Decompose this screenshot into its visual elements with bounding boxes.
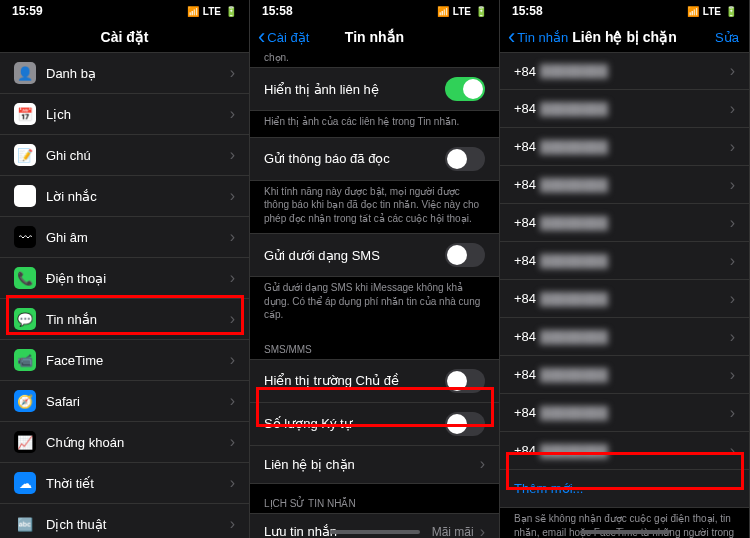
phone-blurred: ████████ [540,102,608,116]
chevron-icon: › [230,351,235,369]
cell-label: Safari [46,394,230,409]
read-receipt-row[interactable]: Gửi thông báo đã đọc [250,137,499,181]
messages-settings-screen: 15:58 📶 LTE 🔋 Cài đặt Tin nhắn chọn. Hiể… [250,0,500,538]
app-icon: ☁ [14,472,36,494]
phone-prefix: +84 [514,405,536,420]
settings-row-thời-tiết[interactable]: ☁Thời tiết› [0,463,249,504]
cell-label: Hiển thị ảnh liên hệ [264,82,445,97]
blocked-list[interactable]: +84████████›+84████████›+84████████›+84█… [500,52,749,538]
chevron-icon: › [230,228,235,246]
blocked-contact-row[interactable]: +84████████› [500,166,749,204]
phone-prefix: +84 [514,139,536,154]
time: 15:58 [512,4,543,18]
chevron-icon: › [730,290,735,308]
settings-row-ghi-chú[interactable]: 📝Ghi chú› [0,135,249,176]
chevron-icon: › [230,269,235,287]
back-button[interactable]: Cài đặt [258,26,309,48]
chevron-icon: › [730,366,735,384]
phone-prefix: +84 [514,215,536,230]
status-indicators: 📶 LTE 🔋 [687,6,737,17]
settings-row-danh-bạ[interactable]: 👤Danh bạ› [0,52,249,94]
settings-row-lời-nhắc[interactable]: ☑Lời nhắc› [0,176,249,217]
contact-photo-row[interactable]: Hiển thị ảnh liên hệ [250,67,499,111]
char-count-row[interactable]: Số lượng Ký tự [250,403,499,446]
phone-prefix: +84 [514,177,536,192]
char-count-toggle[interactable] [445,412,485,436]
settings-row-safari[interactable]: 🧭Safari› [0,381,249,422]
settings-row-facetime[interactable]: 📹FaceTime› [0,340,249,381]
add-new-button[interactable]: Thêm mới... [500,470,749,508]
blocked-contact-row[interactable]: +84████████› [500,204,749,242]
settings-row-dịch-thuật[interactable]: 🔤Dịch thuật› [0,504,249,538]
settings-row-tin-nhắn[interactable]: 💬Tin nhắn› [0,299,249,340]
phone-prefix: +84 [514,253,536,268]
chevron-icon: › [230,392,235,410]
chevron-icon: › [730,214,735,232]
phone-prefix: +84 [514,64,536,79]
blocked-contact-row[interactable]: +84████████› [500,128,749,166]
app-icon: 📝 [14,144,36,166]
blocked-contact-row[interactable]: +84████████› [500,280,749,318]
blocked-contact-row[interactable]: +84████████› [500,52,749,90]
cell-label: Chứng khoán [46,435,230,450]
send-sms-note: Gửi dưới dạng SMS khi iMessage không khả… [250,277,499,330]
cell-label: Thời tiết [46,476,230,491]
send-sms-toggle[interactable] [445,243,485,267]
chevron-icon: › [730,176,735,194]
chevron-icon: › [480,523,485,539]
nav-bar: Tin nhắn Liên hệ bị chặn Sửa [500,22,749,52]
phone-blurred: ████████ [540,444,608,458]
phone-blurred: ████████ [540,140,608,154]
chevron-icon: › [230,105,235,123]
subject-row[interactable]: Hiển thị trường Chủ đề [250,359,499,403]
settings-list[interactable]: 👤Danh bạ›📅Lịch›📝Ghi chú›☑Lời nhắc›〰Ghi â… [0,52,249,538]
blocked-contact-row[interactable]: +84████████› [500,356,749,394]
back-button[interactable]: Tin nhắn [508,26,568,48]
phone-prefix: +84 [514,101,536,116]
cell-label: Liên hệ bị chặn [264,457,480,472]
subject-toggle[interactable] [445,369,485,393]
chevron-icon: › [730,62,735,80]
cell-label: Gửi dưới dạng SMS [264,248,445,263]
home-indicator [580,530,670,534]
cell-label: Lời nhắc [46,189,230,204]
phone-blurred: ████████ [540,254,608,268]
status-bar: 15:59 📶 LTE 🔋 [0,0,249,22]
blocked-contacts-screen: 15:58 📶 LTE 🔋 Tin nhắn Liên hệ bị chặn S… [500,0,750,538]
chevron-icon: › [230,310,235,328]
cell-label: Hiển thị trường Chủ đề [264,373,445,388]
phone-prefix: +84 [514,291,536,306]
messages-settings-list[interactable]: chọn. Hiển thị ảnh liên hệ Hiển thị ảnh … [250,52,499,538]
app-icon: 💬 [14,308,36,330]
blocked-contact-row[interactable]: +84████████› [500,432,749,470]
read-receipt-note: Khi tính năng này được bật, mọi người đư… [250,181,499,234]
phone-blurred: ████████ [540,64,608,78]
read-receipt-toggle[interactable] [445,147,485,171]
status-indicators: 📶 LTE 🔋 [437,6,487,17]
settings-row-điện-thoại[interactable]: 📞Điện thoại› [0,258,249,299]
settings-row-chứng-khoán[interactable]: 📈Chứng khoán› [0,422,249,463]
edit-button[interactable]: Sửa [715,30,739,45]
cell-label: Tin nhắn [46,312,230,327]
blocked-contact-row[interactable]: +84████████› [500,242,749,280]
home-indicator [330,530,420,534]
blocked-contact-row[interactable]: +84████████› [500,394,749,432]
chevron-icon: › [230,433,235,451]
blocked-contact-row[interactable]: +84████████› [500,90,749,128]
send-sms-row[interactable]: Gửi dưới dạng SMS [250,233,499,277]
contact-photo-toggle[interactable] [445,77,485,101]
blocked-contact-row[interactable]: +84████████› [500,318,749,356]
settings-row-ghi-âm[interactable]: 〰Ghi âm› [0,217,249,258]
page-title: Cài đặt [101,29,149,45]
chevron-icon: › [730,138,735,156]
chevron-icon: › [730,328,735,346]
sms-mms-header: SMS/MMS [250,330,499,359]
chevron-icon: › [480,455,485,473]
settings-row-lịch[interactable]: 📅Lịch› [0,94,249,135]
app-icon: 📈 [14,431,36,453]
keep-messages-row[interactable]: Lưu tin nhắn Mãi mãi › [250,513,499,539]
app-icon: 🧭 [14,390,36,412]
phone-prefix: +84 [514,443,536,458]
cell-label: Lịch [46,107,230,122]
blocked-contacts-row[interactable]: Liên hệ bị chặn › [250,446,499,484]
